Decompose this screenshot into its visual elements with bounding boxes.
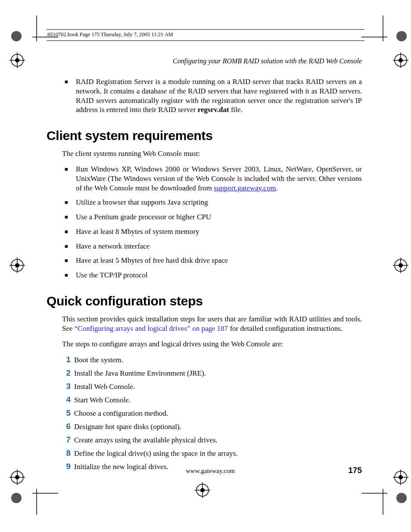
requirement-text: Utilize a browser that supports Java scr…: [76, 198, 362, 207]
step-text: Install the Java Runtime Environment (JR…: [74, 369, 362, 378]
bullet-icon: ■: [62, 256, 76, 265]
register-mark-left-mid: [9, 258, 25, 273]
book-info: 8510702.book Page 175 Thursday, July 7, …: [47, 31, 364, 38]
requirement-text: Have a network interface: [76, 242, 362, 251]
link-support-gateway[interactable]: support.gateway.com: [214, 184, 276, 192]
intro-post: file.: [229, 106, 243, 114]
para-quick-intro: This section provides quick installation…: [62, 314, 362, 333]
content-area: ■ RAID Registration Server is a module r…: [47, 77, 364, 115]
requirement-text: Have at least 5 Mbytes of free hard disk…: [76, 256, 362, 265]
intro-bullet-text: RAID Registration Server is a module run…: [76, 77, 362, 115]
register-mark-bottom-center: [195, 482, 210, 498]
step-item: 4Start Web Console.: [62, 395, 362, 404]
step-item: 2Install the Java Runtime Environment (J…: [62, 368, 362, 378]
bullet-icon: ■: [62, 242, 76, 251]
footer-url: www.gateway.com: [72, 467, 348, 475]
bubble-mark-tl: [10, 30, 22, 44]
bullet-icon: ■: [62, 212, 76, 222]
step-number: 3: [62, 382, 74, 391]
para-steps-intro: The steps to configure arrays and logica…: [62, 339, 362, 349]
crop-mark-bottom-left: [32, 489, 58, 515]
xref-configuring-arrays[interactable]: “Configuring arrays and logical drives” …: [75, 324, 228, 333]
heading-client-requirements: Client system requirements: [47, 128, 364, 143]
step-number: 1: [62, 355, 74, 364]
header-rule-top: [47, 29, 364, 30]
requirement-text: Have at least 8 Mbytes of system memory: [76, 227, 362, 236]
crop-mark-top-right: [361, 16, 387, 41]
register-mark-right-bot: [393, 470, 408, 485]
bullet-icon: ■: [62, 271, 76, 280]
svg-point-38: [11, 493, 22, 503]
page-footer: www.gateway.com 175: [47, 458, 364, 475]
requirement-item: ■Have at least 8 Mbytes of system memory: [62, 227, 362, 236]
header-rule-bottom: [47, 40, 364, 41]
requirement-text: Use the TCP/IP protocol: [76, 271, 362, 280]
heading-quick-config: Quick configuration steps: [47, 294, 364, 308]
svg-point-15: [399, 58, 403, 62]
step-number: 7: [62, 435, 74, 445]
register-mark-left-bot: [9, 470, 25, 485]
svg-point-36: [11, 31, 22, 41]
step-item: 7Create arrays using the available physi…: [62, 435, 362, 445]
bullet-icon: ■: [62, 165, 76, 193]
steps-list: 1Boot the system.2Install the Java Runti…: [62, 355, 362, 471]
step-text: Start Web Console.: [74, 396, 362, 404]
requirement-item: ■Use the TCP/IP protocol: [62, 271, 362, 280]
svg-point-39: [396, 493, 407, 503]
step-item: 5Choose a configuration method.: [62, 408, 362, 418]
svg-point-23: [399, 263, 403, 268]
step-number: 5: [62, 408, 74, 418]
step-number: 6: [62, 422, 74, 431]
requirement-item: ■Use a Pentium grade processor or higher…: [62, 212, 362, 222]
svg-point-27: [15, 475, 19, 479]
para2-post: for detailed configuration instructions.: [228, 324, 342, 333]
bullet-icon: ■: [62, 227, 76, 236]
bubble-mark-tr: [395, 30, 408, 44]
bullet-icon: ■: [62, 198, 76, 207]
step-item: 6Designate hot spare disks (optional).: [62, 422, 362, 431]
requirement-item: ■Run Windows XP, Windows 2000 or Windows…: [62, 165, 362, 193]
step-text: Create arrays using the available physic…: [74, 436, 362, 445]
bubble-mark-bl: [10, 492, 22, 506]
running-head: Configuring your ROMB RAID solution with…: [47, 57, 364, 65]
step-text: Boot the system.: [74, 356, 362, 364]
step-text: Install Web Console.: [74, 383, 362, 391]
requirement-item: ■Utilize a browser that supports Java sc…: [62, 198, 362, 207]
intro-bullet: ■ RAID Registration Server is a module r…: [62, 77, 362, 115]
bubble-mark-br: [395, 492, 408, 506]
intro-bold: regsrv.dat: [198, 106, 229, 114]
svg-point-19: [15, 263, 19, 268]
step-item: 3Install Web Console.: [62, 382, 362, 391]
step-text: Designate hot spare disks (optional).: [74, 423, 362, 431]
requirement-item: ■Have a network interface: [62, 242, 362, 251]
register-mark-left-top: [9, 53, 25, 68]
step-text: Choose a configuration method.: [74, 409, 362, 418]
step-number: 8: [62, 448, 74, 458]
requirement-text: Use a Pentium grade processor or higher …: [76, 212, 362, 222]
requirements-list: ■Run Windows XP, Windows 2000 or Windows…: [62, 165, 362, 280]
crop-mark-bottom-right: [361, 489, 387, 515]
requirement-text: Run Windows XP, Windows 2000 or Windows …: [76, 165, 362, 193]
svg-point-31: [399, 475, 403, 479]
step-item: 1Boot the system.: [62, 355, 362, 364]
para-client-intro: The client systems running Web Console m…: [62, 149, 362, 159]
step-number: 4: [62, 395, 74, 404]
requirement-item: ■Have at least 5 Mbytes of free hard dis…: [62, 256, 362, 265]
step-number: 2: [62, 368, 74, 378]
svg-point-11: [15, 58, 19, 62]
bullet-icon: ■: [62, 77, 76, 115]
step-item: 8Define the logical drive(s) using the s…: [62, 448, 362, 458]
register-mark-right-mid: [393, 258, 408, 273]
svg-point-35: [200, 488, 205, 492]
svg-point-37: [396, 31, 407, 41]
footer-page-number: 175: [348, 466, 364, 475]
step-text: Define the logical drive(s) using the sp…: [74, 449, 362, 458]
register-mark-right-top: [393, 53, 408, 68]
page-container: 8510702.book Page 175 Thursday, July 7, …: [47, 29, 364, 475]
